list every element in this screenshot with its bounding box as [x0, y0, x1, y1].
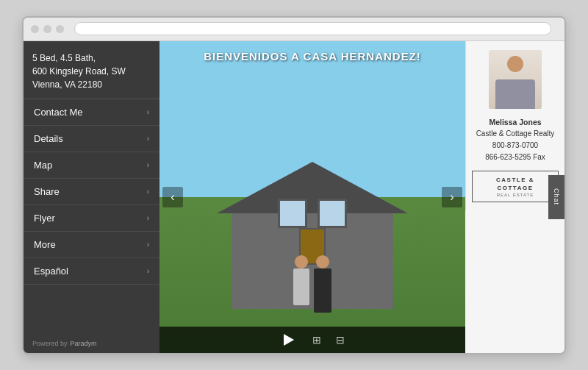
nav-arrow-flyer: › [147, 214, 149, 222]
couple-photo [293, 255, 331, 313]
browser-max-btn[interactable] [56, 25, 64, 33]
nav-espanol[interactable]: Español › [24, 258, 159, 285]
nav-items: Contact Me › Details › Map › Share › Fly… [24, 99, 159, 334]
address: 600 Kingsley Road, SW [32, 65, 151, 78]
nav-arrow-contact: › [147, 108, 149, 116]
house-window-left [278, 199, 307, 228]
nav-details[interactable]: Details › [24, 126, 159, 152]
sidebar: 5 Bed, 4.5 Bath, 600 Kingsley Road, SW V… [24, 41, 159, 353]
person-male-body [314, 268, 331, 313]
person-male-head [316, 255, 329, 268]
nav-arrow-details: › [147, 135, 149, 143]
company-logo: CASTLE & COTTAGE REAL ESTATE [472, 171, 559, 202]
nav-share[interactable]: Share › [24, 179, 159, 205]
beds-baths: 5 Bed, 4.5 Bath, [32, 51, 151, 65]
person-female-body [293, 268, 309, 305]
agent-head [507, 56, 523, 72]
logo-line2: REAL ESTATE [478, 193, 552, 197]
browser-chrome [24, 18, 564, 41]
paradym-brand: Paradym [71, 340, 97, 347]
agent-info: Melissa Jones Castle & Cottage Realty 80… [476, 116, 555, 164]
nav-flyer[interactable]: Flyer › [24, 205, 159, 232]
photo-view-icon[interactable]: ⊞ [312, 334, 321, 346]
agent-photo [489, 50, 542, 109]
main-photo-area: BIENVENIDOS A CASA HERNANDEZ! [159, 41, 465, 353]
agent-fax: 866-623-5295 Fax [476, 152, 555, 163]
photo-prev-button[interactable]: ‹ [162, 187, 183, 207]
logo-line1: CASTLE & COTTAGE [478, 176, 552, 192]
property-info: 5 Bed, 4.5 Bath, 600 Kingsley Road, SW V… [24, 41, 159, 99]
person-female-head [295, 255, 308, 268]
play-button[interactable] [280, 331, 298, 349]
nav-contact-me[interactable]: Contact Me › [24, 99, 159, 126]
nav-arrow-share: › [147, 188, 149, 196]
grid-view-icon[interactable]: ⊟ [336, 334, 345, 346]
nav-map[interactable]: Map › [24, 152, 159, 179]
agent-name: Melissa Jones [476, 116, 555, 129]
chat-button[interactable]: Chat [548, 175, 564, 219]
right-panel-wrapper: Melissa Jones Castle & Cottage Realty 80… [465, 41, 564, 353]
photo-controls: ⊞ ⊟ [159, 327, 465, 353]
nav-arrow-espanol: › [147, 267, 149, 275]
person-female [293, 255, 309, 313]
house-window-right [318, 199, 347, 228]
house-windows [278, 199, 347, 228]
powered-by-label: Powered by [32, 340, 68, 347]
person-male [314, 255, 331, 313]
browser-close-btn[interactable] [31, 25, 39, 33]
agent-company: Castle & Cottage Realty [476, 128, 555, 140]
agent-body [495, 79, 535, 109]
nav-more[interactable]: More › [24, 232, 159, 258]
powered-by-section: Powered by Paradym [24, 334, 159, 353]
play-icon [284, 334, 294, 346]
browser-content: 5 Bed, 4.5 Bath, 600 Kingsley Road, SW V… [24, 41, 564, 353]
browser-frame: 5 Bed, 4.5 Bath, 600 Kingsley Road, SW V… [22, 16, 566, 355]
nav-arrow-more: › [147, 241, 149, 249]
nav-arrow-map: › [147, 161, 149, 169]
photo-container: BIENVENIDOS A CASA HERNANDEZ! [159, 41, 465, 353]
city-state: Vienna, VA 22180 [32, 78, 151, 91]
agent-phone: 800-873-0700 [476, 140, 555, 152]
browser-min-btn[interactable] [43, 25, 51, 33]
address-bar[interactable] [74, 22, 551, 35]
photo-title: BIENVENIDOS A CASA HERNANDEZ! [159, 47, 465, 65]
photo-next-button[interactable]: › [442, 187, 462, 207]
